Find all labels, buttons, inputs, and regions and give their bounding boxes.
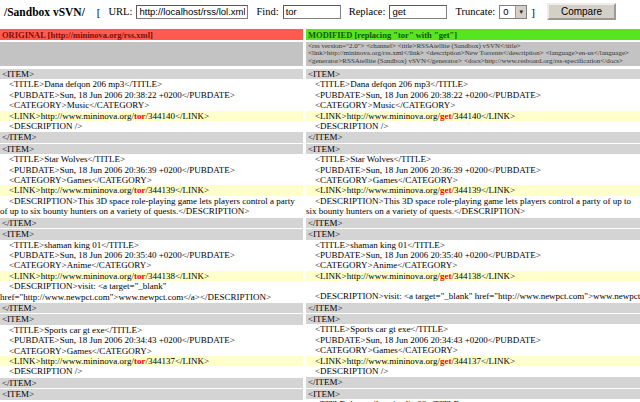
item-description-line: <DESCRIPTION>visit: <a target="_blank" h… [0,281,303,302]
chevron-down-icon: ▼ [515,6,526,18]
replaced-text: get [440,185,452,195]
item-title-line: <TITLE>shaman king 01</TITLE> [0,240,303,250]
replaced-text: get [440,111,452,121]
replaced-text: get [440,271,452,281]
replaced-text: tor [134,185,146,195]
item-open-tag: <ITEM> [0,68,303,79]
link-prefix: <LINK>http://www.mininova.org/ [9,271,134,281]
find-input[interactable] [283,5,341,19]
item-close-tag: </ITEM> [0,131,303,142]
item-link-line: <LINK>http://www.mininova.org/tor/344139… [0,185,303,195]
item-title-line: <TITLE>Dana defqon 206 mp3</TITLE> [0,79,303,89]
link-suffix: /344139</LINK> [451,185,515,195]
item-pubdate-line: <PUBDATE>Sun, 18 Jun 2006 20:34:43 +0200… [0,335,303,345]
original-column: ORIGINAL [http://mininova.org/rss.xml] <… [0,29,303,402]
item-description-line: <DESCRIPTION>This 3D space role-playing … [0,196,303,217]
replaced-text: tor [134,356,146,366]
item-title-line: <TITLE>Sports car gt exe</TITLE> [0,325,303,335]
replaced-text: get [440,356,452,366]
link-prefix: <LINK>http://www.mininova.org/ [315,271,440,281]
compare-button[interactable]: Compare [547,3,616,20]
original-header: ORIGINAL [http://mininova.org/rss.xml] [0,29,303,40]
item-description-line: <DESCRIPTION /> [306,121,640,131]
item-link-line: <LINK>http://www.mininova.org/get/344137… [306,356,640,366]
link-prefix: <LINK>http://www.mininova.org/ [9,111,134,121]
item-open-tag: <ITEM> [0,313,303,324]
item-description-line: <DESCRIPTION>visit: <a target="_blank" h… [306,281,640,301]
item-open-tag: <ITEM> [0,228,303,239]
url-label: URL: [109,6,133,17]
item-pubdate-line: <PUBDATE>Sun, 18 Jun 2006 20:38:22 +0200… [0,90,303,100]
item-link-line: <LINK>http://www.mininova.org/get/344140… [306,111,640,121]
item-pubdate-line: <PUBDATE>Sun, 18 Jun 2006 20:38:22 +0200… [306,90,640,100]
item-link-line: <LINK>http://www.mininova.org/tor/344137… [0,356,303,366]
item-link-line: <LINK>http://www.mininova.org/get/344139… [306,185,640,195]
item-open-tag: <ITEM> [306,313,640,324]
item-open-tag: <ITEM> [0,388,303,399]
item-open-tag: <ITEM> [306,68,640,79]
link-suffix: /344138</LINK> [451,271,515,281]
modified-items: <ITEM> <TITLE>Dana defqon 206 mp3</TITLE… [306,68,640,402]
truncate-label: Truncate: [455,6,495,17]
item-description-line: <DESCRIPTION>This 3D space role-playing … [306,196,640,217]
item-category-line: <CATEGORY>Games</CATEGORY> [306,175,640,185]
item-category-line: <CATEGORY>Games</CATEGORY> [0,346,303,356]
item-title-line: <TITLE>Star Wolves</TITLE> [306,154,640,164]
link-suffix: /344138</LINK> [145,271,209,281]
original-channel-block [0,42,303,66]
item-category-line: <CATEGORY>Anime</CATEGORY> [306,260,640,270]
item-title-line: <TITLE>Sports car gt exe</TITLE> [306,324,640,334]
link-prefix: <LINK>http://www.mininova.org/ [315,111,440,121]
replaced-text: tor [134,271,146,281]
item-close-tag: </ITEM> [0,217,303,228]
item-category-line: <CATEGORY>Anime</CATEGORY> [0,260,303,270]
item-description-line: <DESCRIPTION /> [306,366,640,376]
modified-channel-block: <rss version="2.0"> <channel> <title>RSS… [306,42,640,66]
link-suffix: /344139</LINK> [145,185,209,195]
item-close-tag: </ITEM> [306,302,640,313]
item-title-line: <TITLE>Star Wolves</TITLE> [0,154,303,164]
item-category-line: <CATEGORY>Music</CATEGORY> [0,100,303,110]
link-suffix: /344137</LINK> [145,356,209,366]
link-suffix: /344140</LINK> [145,111,209,121]
item-link-line: <LINK>http://www.mininova.org/tor/344138… [0,271,303,281]
item-close-tag: </ITEM> [306,131,640,142]
item-title-line: <TITLE>shaman king 01</TITLE> [306,240,640,250]
app-title: /Sandbox vSVN/ [4,6,85,18]
item-close-tag: </ITEM> [306,376,640,387]
diff-view: ORIGINAL [http://mininova.org/rss.xml] <… [0,29,640,402]
replaced-text: tor [134,111,146,121]
item-pubdate-line: <PUBDATE>Sun, 18 Jun 2006 20:35:40 +0200… [306,250,640,260]
item-description-line: <DESCRIPTION /> [0,366,303,376]
item-open-tag: <ITEM> [306,143,640,154]
toolbar: /Sandbox vSVN/ [ URL: Find: Replace: Tru… [0,0,640,24]
link-suffix: /344137</LINK> [451,356,515,366]
item-category-line: <CATEGORY>Games</CATEGORY> [306,345,640,355]
item-category-line: <CATEGORY>Games</CATEGORY> [0,175,303,185]
truncate-selected-value: 0 [500,6,515,17]
item-close-tag: </ITEM> [0,302,303,313]
item-open-tag: <ITEM> [306,228,640,239]
item-title-line: <TITLE>Dana defqon 206 mp3</TITLE> [306,79,640,89]
item-open-tag: <ITEM> [306,388,640,399]
bracket-close: ] [531,6,535,18]
truncate-select[interactable]: 0 ▼ [499,5,527,19]
item-open-tag: <ITEM> [0,143,303,154]
find-label: Find: [256,6,278,17]
replace-label: Replace: [349,6,386,17]
replace-input[interactable] [389,5,447,19]
bracket-open: [ [97,6,101,18]
link-prefix: <LINK>http://www.mininova.org/ [315,185,440,195]
item-link-line: <LINK>http://www.mininova.org/get/344138… [306,271,640,281]
url-input[interactable] [136,5,248,19]
link-prefix: <LINK>http://www.mininova.org/ [9,185,134,195]
modified-header: MODIFIED [replacing "tor" with "get"] [306,29,640,40]
link-prefix: <LINK>http://www.mininova.org/ [315,356,440,366]
item-pubdate-line: <PUBDATE>Sun, 18 Jun 2006 20:34:43 +0200… [306,335,640,345]
item-category-line: <CATEGORY>Music</CATEGORY> [306,100,640,110]
item-pubdate-line: <PUBDATE>Sun, 18 Jun 2006 20:36:39 +0200… [306,165,640,175]
item-link-line: <LINK>http://www.mininova.org/tor/344140… [0,111,303,121]
item-description-line: <DESCRIPTION /> [0,121,303,131]
item-close-tag: </ITEM> [306,217,640,228]
item-pubdate-line: <PUBDATE>Sun, 18 Jun 2006 20:35:40 +0200… [0,250,303,260]
